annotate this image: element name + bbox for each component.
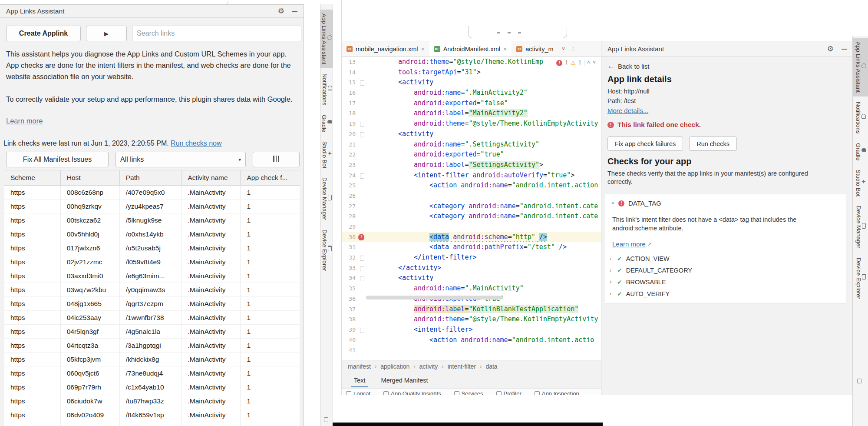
bottom-tool-app-quality-insights[interactable]: App Quality Insights <box>383 390 441 395</box>
tool-tab-device-explorer[interactable]: Device Explorer <box>854 254 868 303</box>
link-row[interactable]: https04rtcqtz3a/3a1hgptqgi.MainActivity1 <box>4 339 300 353</box>
run-checks-button[interactable]: Run checks <box>689 136 737 151</box>
tool-tab-device-explorer[interactable]: Device Explorer <box>320 226 333 275</box>
column-header[interactable]: Path <box>119 170 182 186</box>
link-row[interactable]: https06dv02o409/84k659v1sp.MainActivity1 <box>4 408 300 422</box>
tool-tab-device-manager[interactable]: Device Manager <box>854 202 868 252</box>
cropped-toolbar-fragment <box>468 26 567 38</box>
bottom-tool-app-inspection[interactable]: App Inspection <box>535 390 579 395</box>
breadcrumb-item[interactable]: activity <box>419 363 438 370</box>
fold-icon[interactable] <box>360 173 364 179</box>
bottom-tool-services[interactable]: Services <box>454 390 483 395</box>
fold-icon[interactable] <box>360 132 364 137</box>
gear-icon[interactable]: ⚙ <box>278 7 284 15</box>
tool-tab-app-links-assistant[interactable]: App Links Assistant <box>320 10 333 68</box>
tool-tab-gradle[interactable]: Gradle <box>320 111 333 136</box>
check-row-action_view[interactable]: ›✔ACTION_VIEW <box>610 253 835 264</box>
back-to-list-link[interactable]: ← Back to list <box>607 62 650 70</box>
column-header[interactable]: Host <box>60 170 119 186</box>
link-row[interactable]: https04ic253aay/1wwnfbr738.MainActivity1 <box>4 311 300 325</box>
play-button[interactable]: ▶ <box>86 26 127 41</box>
editor-tab-AndroidManifest.xml[interactable]: MFAndroidManifest.xml× <box>429 41 512 57</box>
tab-list-chevron-icon[interactable]: ˅ <box>562 46 565 52</box>
error-bulb-icon[interactable]: ! <box>358 234 364 240</box>
link-row[interactable]: https03axxd3mi0/e6g63mim....MainActivity… <box>4 269 300 283</box>
link-row[interactable]: https04r5lqn3gf/4g5nalc1la.MainActivity1 <box>4 325 300 339</box>
column-header[interactable]: Scheme <box>4 170 60 186</box>
data-tag-check-row[interactable]: ˅ ! DATA_TAG <box>611 200 661 207</box>
column-header[interactable]: App check f... <box>241 170 300 186</box>
link-row[interactable]: https079g9luv7w/h7bd07ox3y.MainActivity1 <box>4 422 300 426</box>
tab-merged-manifest[interactable]: Merged Manifest <box>381 372 428 388</box>
code-token: = <box>516 202 520 210</box>
tool-tab-gradle[interactable]: Gradle <box>853 139 868 165</box>
create-applink-button[interactable]: Create Applink <box>6 26 81 41</box>
fold-icon[interactable] <box>360 328 364 333</box>
breadcrumb-item[interactable]: manifest <box>348 363 371 370</box>
link-row[interactable]: https00tskcza62/5lknugk9se.MainActivity1 <box>4 213 300 227</box>
search-links-input[interactable] <box>132 26 301 41</box>
hide-icon[interactable] <box>842 49 847 50</box>
link-row[interactable]: https008c6z68np/407e09q5x0.MainActivity1 <box>4 186 300 200</box>
link-row[interactable]: https017jwlxzn6/u5t2usab5j.MainActivity1 <box>4 241 300 255</box>
chevron-up-icon[interactable]: ˄ <box>587 58 590 68</box>
code-line: 22android:exported="true" <box>342 150 601 160</box>
tool-label: Services <box>462 390 483 395</box>
fold-icon[interactable] <box>360 122 364 127</box>
link-cell: /84k659v1sp <box>119 408 182 422</box>
code-token: android: <box>414 315 445 323</box>
fix-all-manifest-issues-button[interactable]: Fix All Manifest Issues <box>6 152 109 167</box>
code-editor[interactable]: 13android:theme="@style/Theme.KotlinEmp!… <box>342 57 601 357</box>
bottom-tool-logcat[interactable]: Logcat <box>346 390 370 395</box>
inspection-widget[interactable]: !1⚠1˄˅ <box>554 58 596 68</box>
tool-tab-notifications[interactable]: Notifications <box>320 70 333 110</box>
link-row[interactable]: https069p7r79rh/c1x64yab10.MainActivity1 <box>4 380 300 394</box>
learn-more-link[interactable]: Learn more <box>612 240 646 248</box>
link-row[interactable]: https060qv5jct6/73ne8udqj4.MainActivity1 <box>4 366 300 380</box>
check-row-auto_verify[interactable]: ›✔AUTO_VERIFY <box>610 288 835 300</box>
fold-icon[interactable] <box>360 276 364 281</box>
tool-tab-device-manager[interactable]: Device Manager <box>320 173 333 224</box>
run-checks-now-link[interactable]: Run checks now <box>171 140 221 147</box>
link-row[interactable]: https05kfcp3jvm/khidckix8g.MainActivity1 <box>4 353 300 366</box>
editor-tab-activity_m[interactable]: <>activity_m <box>512 41 558 57</box>
hide-icon[interactable] <box>292 11 297 12</box>
tool-tab-notifications[interactable]: Notifications <box>853 98 868 138</box>
link-row[interactable]: https048jg1x665/qgrt37ezpm.MainActivity1 <box>4 297 300 311</box>
app-links-icon <box>327 35 332 40</box>
code-text: android:label="KotlinBlankTestApplicatio… <box>367 304 601 315</box>
play-icon: ▶ <box>104 30 109 37</box>
column-config-button[interactable] <box>253 152 300 167</box>
tool-tab-app-links-assistant[interactable]: App Links Assistant <box>853 38 868 97</box>
tool-tab-studio-bot[interactable]: Studio Bot <box>320 137 333 172</box>
column-header[interactable]: Activity name <box>182 170 241 186</box>
more-options-icon[interactable]: ⋮ <box>570 46 576 52</box>
horizontal-scrollbar[interactable] <box>366 296 503 300</box>
gear-icon[interactable]: ⚙ <box>827 45 834 53</box>
link-row[interactable]: https06ciudok7w/tu87hwp33z.MainActivity1 <box>4 394 300 408</box>
link-row[interactable]: https00v5hhld0j/o0xhs14ykb.MainActivity1 <box>4 227 300 241</box>
line-number: 33 <box>342 263 356 273</box>
close-icon[interactable]: × <box>421 46 424 52</box>
editor-tab-mobile_navigation.xml[interactable]: <>mobile_navigation.xml× <box>342 41 429 57</box>
check-row-default_category[interactable]: ›✔DEFAULT_CATEGORY <box>610 264 835 276</box>
fold-icon[interactable] <box>360 80 364 86</box>
links-filter-dropdown[interactable]: All links ▾ <box>116 152 246 167</box>
breadcrumb-item[interactable]: data <box>485 363 497 370</box>
link-row[interactable]: https00hq9zrkqv/yzu4kpeas7.MainActivity1 <box>4 200 300 213</box>
more-details-link[interactable]: More details... <box>607 107 648 114</box>
close-icon[interactable]: × <box>503 46 507 52</box>
link-row[interactable]: https03wq7w2kbu/y0qqimaw3s.MainActivity1 <box>4 283 300 297</box>
bottom-tool-profiler[interactable]: Profiler <box>496 390 521 395</box>
tab-text[interactable]: Text <box>354 372 366 388</box>
chevron-down-icon[interactable]: ˅ <box>593 58 596 68</box>
fold-icon[interactable] <box>360 256 364 261</box>
breadcrumb-item[interactable]: application <box>380 363 409 370</box>
fold-icon[interactable] <box>360 266 364 271</box>
link-row[interactable]: https02jv21zzmc/l059v8t4e9.MainActivity1 <box>4 255 300 269</box>
breadcrumb-item[interactable]: intent-filter <box>448 363 476 370</box>
tool-tab-studio-bot[interactable]: Studio Bot <box>853 166 868 200</box>
learn-more-link[interactable]: Learn more <box>6 117 43 125</box>
check-row-browsable[interactable]: ›✔BROWSABLE <box>610 276 835 288</box>
fix-app-check-failures-button[interactable]: Fix app check failures <box>607 136 683 151</box>
